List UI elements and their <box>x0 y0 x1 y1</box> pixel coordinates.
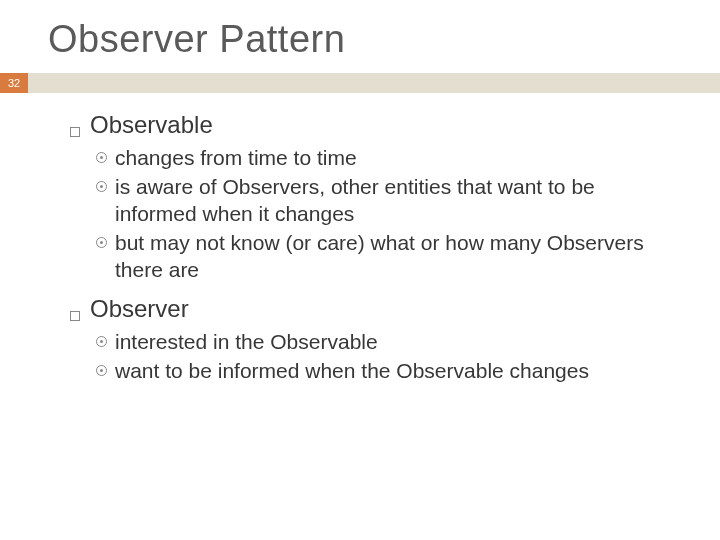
list-item-text: want to be informed when the Observable … <box>115 358 589 385</box>
circle-bullet-icon <box>96 181 107 192</box>
list-item-text: is aware of Observers, other entities th… <box>115 174 680 228</box>
list-item: want to be informed when the Observable … <box>96 358 680 385</box>
list-item: but may not know (or care) what or how m… <box>96 230 680 284</box>
section-observable: Observable changes from time to time is … <box>70 111 680 283</box>
section-items: interested in the Observable want to be … <box>70 329 680 385</box>
slide: Observer Pattern 32 Observable changes f… <box>0 0 720 540</box>
circle-bullet-icon <box>96 365 107 376</box>
circle-bullet-icon <box>96 237 107 248</box>
list-item-text: changes from time to time <box>115 145 357 172</box>
square-bullet-icon <box>70 127 80 137</box>
section-observer: Observer interested in the Observable wa… <box>70 295 680 385</box>
list-item: interested in the Observable <box>96 329 680 356</box>
square-bullet-icon <box>70 311 80 321</box>
section-heading-row: Observer <box>70 295 680 323</box>
title-bar: 32 <box>0 73 720 93</box>
section-heading-row: Observable <box>70 111 680 139</box>
section-items: changes from time to time is aware of Ob… <box>70 145 680 283</box>
list-item: changes from time to time <box>96 145 680 172</box>
slide-title: Observer Pattern <box>0 0 720 73</box>
slide-content: Observable changes from time to time is … <box>0 93 720 385</box>
section-heading: Observer <box>90 295 189 323</box>
circle-bullet-icon <box>96 152 107 163</box>
list-item-text: interested in the Observable <box>115 329 378 356</box>
list-item: is aware of Observers, other entities th… <box>96 174 680 228</box>
list-item-text: but may not know (or care) what or how m… <box>115 230 680 284</box>
section-heading: Observable <box>90 111 213 139</box>
page-number-badge: 32 <box>0 73 28 93</box>
circle-bullet-icon <box>96 336 107 347</box>
